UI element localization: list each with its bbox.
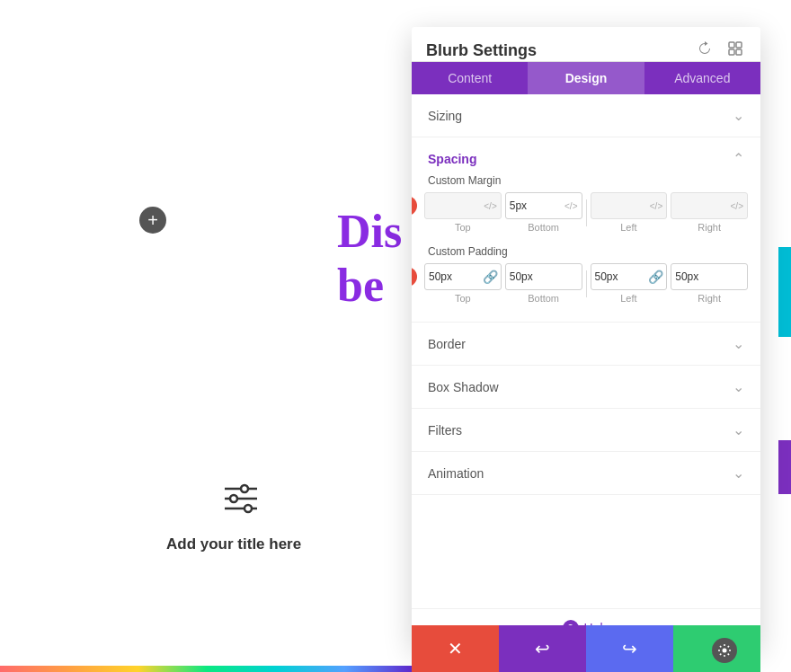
- margin-bottom-input-container: </>: [505, 192, 582, 219]
- animation-section[interactable]: Animation ⌄: [412, 452, 760, 495]
- margin-right-input[interactable]: [671, 199, 726, 212]
- cancel-button[interactable]: ✕: [412, 625, 499, 672]
- margin-fields-row: </> Top </> Bottom: [424, 192, 748, 233]
- spacing-chevron: ⌃: [733, 150, 744, 167]
- margin-left-input[interactable]: [591, 199, 646, 212]
- padding-top-input-container: 🔗: [424, 263, 502, 290]
- panel-title: Blurb Settings: [426, 41, 537, 60]
- tab-design[interactable]: Design: [528, 62, 644, 94]
- svg-point-5: [244, 505, 252, 512]
- border-label: Border: [428, 337, 466, 351]
- padding-bottom-input-container: [505, 263, 582, 290]
- margin-left-input-container: </>: [591, 192, 668, 219]
- filters-section[interactable]: Filters ⌄: [412, 409, 760, 452]
- teal-bar: [778, 247, 791, 337]
- padding-left-wrapper: 🔗 Left: [591, 263, 668, 304]
- padding-divider: [586, 270, 587, 297]
- padding-left-label: Left: [620, 293, 636, 304]
- margin-right-wrapper: </> Right: [671, 192, 748, 233]
- box-shadow-label: Box Shadow: [428, 380, 499, 394]
- padding-left-input[interactable]: [591, 270, 646, 283]
- padding-top-input[interactable]: [425, 270, 480, 283]
- panel-tabs: Content Design Advanced: [412, 62, 760, 94]
- bottom-toolbar: ✕ ↩ ↪ ✓: [412, 625, 760, 672]
- margin-badge: 1: [412, 196, 417, 216]
- panel-expand-button[interactable]: [724, 40, 746, 61]
- margin-left-code-icon: </>: [646, 201, 666, 211]
- padding-bottom-wrapper: Bottom: [505, 263, 582, 304]
- spacing-section: Spacing ⌃ Custom Margin 1 </>: [412, 137, 760, 323]
- padding-bottom-label: Bottom: [528, 293, 559, 304]
- sizing-chevron: ⌄: [733, 107, 744, 124]
- redo-button[interactable]: ↪: [586, 625, 673, 672]
- border-chevron: ⌄: [733, 335, 744, 352]
- margin-bottom-wrapper: </> Bottom: [505, 192, 582, 233]
- svg-rect-9: [736, 49, 742, 55]
- filters-label: Filters: [428, 423, 462, 438]
- margin-divider: [586, 199, 587, 226]
- svg-point-1: [241, 485, 248, 492]
- tab-advanced[interactable]: Advanced: [644, 62, 760, 94]
- padding-fields-row: 🔗 Top Bottom: [424, 263, 748, 304]
- margin-right-label: Right: [698, 222, 721, 233]
- spacing-header[interactable]: Spacing ⌃: [412, 137, 760, 174]
- margin-top-input[interactable]: [425, 199, 480, 212]
- margin-bottom-label: Bottom: [528, 222, 559, 233]
- padding-right-input[interactable]: [671, 270, 747, 283]
- animation-chevron: ⌄: [733, 464, 744, 482]
- animation-label: Animation: [428, 466, 484, 481]
- margin-top-wrapper: </> Top: [424, 192, 502, 233]
- padding-group: 2 🔗 Top: [424, 263, 748, 304]
- gradient-bar: [0, 666, 413, 672]
- margin-top-input-container: </>: [424, 192, 502, 219]
- settings-panel: Blurb Settings Content Design Advanced S…: [412, 27, 760, 647]
- undo-icon: ↩: [535, 638, 550, 659]
- purple-bar: [778, 440, 791, 494]
- padding-left-link-icon: 🔗: [645, 270, 666, 284]
- sizing-section[interactable]: Sizing ⌄: [412, 94, 760, 137]
- padding-bottom-input[interactable]: [506, 270, 582, 283]
- border-section[interactable]: Border ⌄: [412, 323, 760, 366]
- module-icon: [223, 483, 259, 520]
- panel-refresh-button[interactable]: [694, 40, 715, 61]
- margin-bottom-input[interactable]: [506, 199, 561, 212]
- padding-right-wrapper: Right: [671, 263, 748, 304]
- panel-header-icons: [694, 40, 746, 61]
- svg-rect-7: [736, 42, 742, 48]
- padding-top-label: Top: [455, 293, 471, 304]
- cancel-icon: ✕: [448, 638, 463, 659]
- padding-top-link-icon: 🔗: [480, 270, 501, 284]
- svg-point-10: [723, 649, 727, 653]
- custom-margin-label: Custom Margin: [424, 174, 748, 187]
- margin-group: 1 </> Top: [424, 192, 748, 233]
- margin-right-input-container: </>: [671, 192, 748, 219]
- custom-padding-label: Custom Padding: [424, 245, 748, 258]
- sizing-label: Sizing: [428, 109, 462, 123]
- scroll-gear-button[interactable]: [712, 638, 737, 663]
- plus-icon: +: [147, 210, 158, 231]
- panel-header: Blurb Settings: [412, 27, 760, 62]
- add-button[interactable]: +: [139, 207, 166, 234]
- margin-right-code-icon: </>: [727, 201, 747, 211]
- margin-left-label: Left: [620, 222, 636, 233]
- box-shadow-chevron: ⌄: [733, 378, 744, 395]
- spacing-content: Custom Margin 1 </> Top: [412, 174, 760, 322]
- box-shadow-section[interactable]: Box Shadow ⌄: [412, 366, 760, 409]
- canvas-text-be: be: [337, 259, 384, 312]
- canvas-text-dis: Dis: [337, 205, 402, 258]
- margin-bottom-code-icon: </>: [561, 201, 581, 211]
- padding-right-label: Right: [698, 293, 721, 304]
- module-title: Add your title here: [166, 535, 301, 553]
- padding-badge: 2: [412, 267, 417, 287]
- svg-rect-8: [729, 49, 734, 55]
- undo-button[interactable]: ↩: [499, 625, 586, 672]
- filters-chevron: ⌄: [733, 421, 744, 438]
- svg-point-3: [230, 495, 237, 502]
- margin-left-wrapper: </> Left: [591, 192, 668, 233]
- panel-content: Sizing ⌄ Spacing ⌃ Custom Margin 1: [412, 94, 760, 608]
- tab-content[interactable]: Content: [412, 62, 528, 94]
- svg-rect-6: [729, 42, 734, 48]
- margin-top-code-icon: </>: [480, 201, 500, 211]
- padding-right-input-container: [671, 263, 748, 290]
- margin-top-label: Top: [455, 222, 471, 233]
